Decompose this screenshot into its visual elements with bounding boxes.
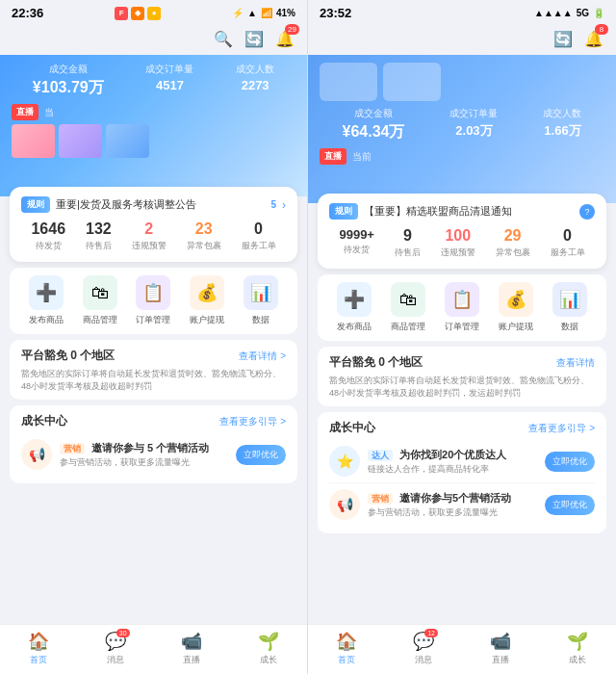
nav-home-left[interactable]: 🏠 首页 xyxy=(28,631,49,666)
rgrowth-content-1: 营销 邀请你参与5个营销活动 参与营销活动，获取更多流量曝光 xyxy=(368,491,537,519)
rnav-live[interactable]: 📹 直播 xyxy=(490,631,511,666)
notice-title-left: 重要|发货及服务考核调整公告 xyxy=(56,197,265,212)
rnav-home[interactable]: 🏠 首页 xyxy=(336,631,357,666)
action-label-data: 数据 xyxy=(252,314,270,326)
raction-orders[interactable]: 📋 订单管理 xyxy=(445,282,479,333)
raction-withdraw[interactable]: 💰 账户提现 xyxy=(499,282,533,333)
growth-link-left[interactable]: 查看更多引导 > xyxy=(219,415,286,428)
app-icon-3: ● xyxy=(147,7,161,20)
refresh-button[interactable]: 🔄 xyxy=(244,28,265,49)
notification-button-right[interactable]: 🔔 8 xyxy=(583,28,604,49)
platform-desc-right: 豁免地区的实际订单将自动延长发货和退货时效、豁免物流飞粉分、48小时发货率考核及… xyxy=(329,375,595,399)
talent-icon: ⭐ xyxy=(337,454,353,469)
rnav-growth[interactable]: 🌱 成长 xyxy=(567,631,588,666)
rnav-home-label: 首页 xyxy=(338,654,355,666)
stat-amount: 成交金额 ¥103.79万 xyxy=(33,63,104,98)
optimize-btn-0[interactable]: 立即优化 xyxy=(236,445,286,465)
refresh-icon: 🔄 xyxy=(244,30,264,48)
rnav-badge-wrap: 💬 12 xyxy=(413,631,434,652)
notification-button[interactable]: 🔔 29 xyxy=(274,28,295,49)
refresh-icon-right: 🔄 xyxy=(553,30,573,48)
roptimize-btn-1[interactable]: 立即优化 xyxy=(545,495,595,515)
action-label-goods: 商品管理 xyxy=(83,314,117,326)
roptimize-btn-0[interactable]: 立即优化 xyxy=(545,452,595,472)
status-icons-right: ▲▲▲▲ 5G 🔋 xyxy=(534,8,604,18)
rnav-message[interactable]: 💬 12 消息 xyxy=(413,631,434,666)
action-publish[interactable]: ➕ 发布商品 xyxy=(29,275,64,326)
home-icon: 🏠 xyxy=(28,631,49,652)
raction-icon-goods: 🛍 xyxy=(391,282,425,317)
action-withdraw[interactable]: 💰 账户提现 xyxy=(190,275,224,326)
refresh-button-right[interactable]: 🔄 xyxy=(552,28,574,49)
platform-link-right[interactable]: 查看详情 xyxy=(556,356,595,370)
raction-label-data: 数据 xyxy=(561,321,578,333)
5g-icon: 5G xyxy=(577,8,589,18)
thumbnail-2 xyxy=(59,124,102,158)
action-label-orders: 订单管理 xyxy=(136,314,170,326)
top-thumb-1 xyxy=(320,63,377,101)
action-icon-data: 📊 xyxy=(244,275,278,310)
raction-label-publish: 发布商品 xyxy=(337,321,372,333)
app-icons-left: F ◆ ● xyxy=(115,7,161,20)
thumbnail-1 xyxy=(12,124,55,158)
notice-stat-1: 132 待售后 xyxy=(86,220,112,252)
battery-right: 🔋 xyxy=(593,8,604,18)
scroll-content-right[interactable]: 成交金额 ¥64.34万 成交订单量 2.03万 成交人数 1.66万 直播 当… xyxy=(308,55,616,624)
growth-header-right: 成长中心 查看更多引导 > xyxy=(329,420,595,436)
rgrowth-item-1: 📢 营销 邀请你参与5个营销活动 参与营销活动，获取更多流量曝光 立即优化 xyxy=(329,483,595,526)
notification-badge: 29 xyxy=(285,24,299,35)
scroll-content-left[interactable]: 成交金额 ¥103.79万 成交订单量 4517 成交人数 2273 直播 当 xyxy=(0,55,307,624)
action-icon-withdraw: 💰 xyxy=(190,275,224,310)
notice-header-left: 规则 重要|发货及服务考核调整公告 5 › xyxy=(21,196,286,213)
rgrowth-tag-1: 营销 xyxy=(368,493,393,505)
growth-tag-0: 营销 xyxy=(60,443,85,454)
status-icons-left: ⚡ ▲ 📶 41% xyxy=(232,8,295,18)
bluetooth-icon: ⚡ xyxy=(232,8,244,18)
battery-left: 41% xyxy=(276,8,295,18)
action-goods[interactable]: 🛍 商品管理 xyxy=(83,275,117,326)
notice-stat-3: 23 异常包裹 xyxy=(187,220,221,252)
nav-growth-label-left: 成长 xyxy=(260,654,277,666)
live-badge-left: 直播 xyxy=(12,104,38,120)
platform-link-left[interactable]: 查看详情 > xyxy=(239,350,286,363)
raction-publish[interactable]: ➕ 发布商品 xyxy=(337,282,372,333)
notice-card-right[interactable]: 规则 【重要】精选联盟商品清退通知 ? 9999+ 待发货 9 待售后 100 … xyxy=(318,194,606,269)
platform-desc-left: 豁免地区的实际订单将自动延长发货和退货时效、豁免物流飞粉分、48小时发货率考核及… xyxy=(21,368,286,392)
growth-card-right: 成长中心 查看更多引导 > ⭐ 达人 为你找到20个优质达人 链接达人合作，提高… xyxy=(318,412,606,533)
stats-section-left: 成交金额 ¥103.79万 成交订单量 4517 成交人数 2273 直播 当 xyxy=(0,55,307,196)
notice-stat-0: 1646 待发货 xyxy=(31,220,65,252)
rnav-message-label: 消息 xyxy=(415,654,432,666)
action-orders[interactable]: 📋 订单管理 xyxy=(136,275,170,326)
notice-arrow-left[interactable]: › xyxy=(282,198,286,212)
signal-icon: 📶 xyxy=(261,8,272,18)
action-data[interactable]: 📊 数据 xyxy=(244,275,278,326)
nav-growth-left[interactable]: 🌱 成长 xyxy=(258,631,279,666)
quick-actions-left: ➕ 发布商品 🛍 商品管理 📋 订单管理 💰 账户提现 📊 数据 xyxy=(10,268,297,334)
raction-goods[interactable]: 🛍 商品管理 xyxy=(391,282,425,333)
notice-card-left[interactable]: 规则 重要|发货及服务考核调整公告 5 › 1646 待发货 132 待售后 2… xyxy=(10,187,297,262)
notice-stats-right: 9999+ 待发货 9 待售后 100 违规预警 29 异常包裹 0 服务工 xyxy=(329,227,595,259)
live-bar-left: 直播 当 xyxy=(12,104,295,120)
rhome-icon: 🏠 xyxy=(336,631,357,652)
search-button[interactable]: 🔍 xyxy=(213,28,234,49)
rmessage-badge: 12 xyxy=(424,629,438,637)
live-text-right: 当前 xyxy=(352,150,372,164)
notice-stats-left: 1646 待发货 132 待售后 2 违规预警 23 异常包裹 0 服务工单 xyxy=(21,220,286,252)
raction-data[interactable]: 📊 数据 xyxy=(552,282,587,333)
growth-item-0: 📢 营销 邀请你参与 5 个营销活动 参与营销活动，获取更多流量曝光 立即优化 xyxy=(21,433,286,476)
action-label-withdraw: 账户提现 xyxy=(190,314,224,326)
nav-message-left[interactable]: 💬 30 消息 xyxy=(105,631,126,666)
search-icon: 🔍 xyxy=(214,30,233,48)
nav-live-left[interactable]: 📹 直播 xyxy=(181,631,202,666)
platform-title-left: 平台豁免 0 个地区 xyxy=(21,348,115,364)
rnotice-stat-4: 0 服务工单 xyxy=(551,227,585,259)
status-bar-right: 23:52 ▲▲▲▲ 5G 🔋 xyxy=(308,0,616,24)
rgrowth-content-0: 达人 为你找到20个优质达人 链接达人合作，提高商品转化率 xyxy=(368,448,537,476)
growth-card-left: 成长中心 查看更多引导 > 📢 营销 邀请你参与 5 个营销活动 参与营销活动，… xyxy=(10,405,297,483)
growth-link-right[interactable]: 查看更多引导 > xyxy=(528,422,595,435)
live-text-left: 当 xyxy=(44,106,54,119)
rgrowth-item-0: ⭐ 达人 为你找到20个优质达人 链接达人合作，提高商品转化率 立即优化 xyxy=(329,440,595,483)
stat-customers: 成交人数 2273 xyxy=(236,63,274,98)
growth-content-0: 营销 邀请你参与 5 个营销活动 参与营销活动，获取更多流量曝光 xyxy=(60,441,228,469)
nav-message-label-left: 消息 xyxy=(107,654,124,666)
